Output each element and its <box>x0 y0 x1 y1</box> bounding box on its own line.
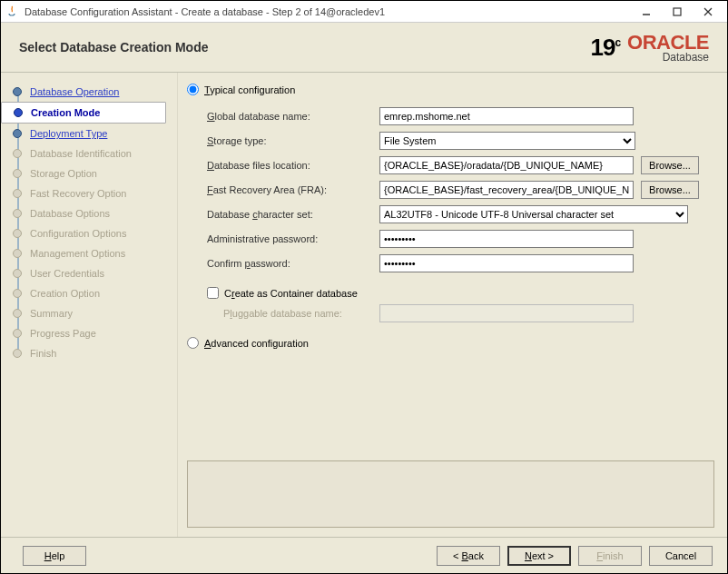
pluggable-db-label: Pluggable database name: <box>223 308 379 319</box>
step-dot-icon <box>13 149 22 158</box>
wizard-step-finish: Finish <box>1 343 170 363</box>
fra-browse-button[interactable]: Browse... <box>641 181 699 199</box>
back-button[interactable]: < Back <box>437 546 500 566</box>
container-db-label: Create as Container database <box>224 288 358 299</box>
step-dot-icon <box>13 129 22 138</box>
titlebar: Database Configuration Assistant - Creat… <box>1 1 727 23</box>
typical-config-radio[interactable] <box>187 84 199 95</box>
header: Select Database Creation Mode 19c ORACLE… <box>1 23 727 73</box>
help-button[interactable]: Help <box>23 546 86 566</box>
global-db-name-label: Global database name: <box>207 111 379 122</box>
footer: Help < Back Next > Finish Cancel <box>1 537 727 573</box>
app-window: Database Configuration Assistant - Creat… <box>0 0 728 574</box>
step-dot-icon <box>13 209 22 218</box>
charset-label: Database character set: <box>207 209 379 220</box>
fra-input[interactable] <box>379 181 634 199</box>
wizard-step-user-credentials: User Credentials <box>1 263 170 283</box>
db-files-browse-button[interactable]: Browse... <box>641 156 699 174</box>
maximize-button[interactable] <box>662 3 693 21</box>
wizard-step-database-options: Database Options <box>1 203 170 223</box>
db-files-location-input[interactable] <box>379 156 634 174</box>
global-db-name-input[interactable] <box>379 107 634 125</box>
step-label: Storage Option <box>30 168 97 179</box>
step-label: User Credentials <box>30 268 104 279</box>
wizard-step-configuration-options: Configuration Options <box>1 223 170 243</box>
step-dot-icon <box>13 349 22 358</box>
wizard-step-database-identification: Database Identification <box>1 144 170 163</box>
window-title: Database Configuration Assistant - Creat… <box>25 6 631 17</box>
admin-password-label: Administrative password: <box>207 233 379 244</box>
step-label: Creation Mode <box>31 107 100 118</box>
db-files-location-label: Database files location: <box>207 160 379 171</box>
svg-rect-1 <box>674 8 681 15</box>
wizard-step-creation-mode: Creation Mode <box>1 102 166 124</box>
step-label: Database Options <box>30 208 110 219</box>
page-title: Select Database Creation Mode <box>19 40 209 54</box>
finish-button: Finish <box>578 546 642 566</box>
step-dot-icon <box>13 289 22 298</box>
step-label: Database Operation <box>30 86 119 97</box>
step-label: Configuration Options <box>30 228 126 239</box>
wizard-steps-sidebar: Database OperationCreation ModeDeploymen… <box>1 73 178 537</box>
step-dot-icon <box>13 87 22 96</box>
step-label: Management Options <box>30 248 125 259</box>
step-label: Database Identification <box>30 148 132 159</box>
minimize-button[interactable] <box>631 3 662 21</box>
wizard-step-database-operation[interactable]: Database Operation <box>1 82 170 102</box>
fra-label: Fast Recovery Area (FRA): <box>207 184 379 195</box>
step-dot-icon <box>13 169 22 178</box>
storage-type-label: Storage type: <box>207 135 379 146</box>
step-label: Deployment Type <box>30 128 107 139</box>
step-dot-icon <box>13 229 22 238</box>
typical-config-label: Typical configuration <box>204 84 295 95</box>
message-area <box>187 460 714 528</box>
wizard-step-fast-recovery-option: Fast Recovery Option <box>1 183 170 203</box>
pluggable-db-input <box>379 304 634 322</box>
wizard-step-deployment-type[interactable]: Deployment Type <box>1 124 170 144</box>
oracle-product: Database <box>663 51 709 64</box>
step-label: Progress Page <box>30 328 96 339</box>
charset-select[interactable]: AL32UTF8 - Unicode UTF-8 Universal chara… <box>379 205 688 223</box>
java-icon <box>5 5 19 19</box>
step-label: Fast Recovery Option <box>30 188 126 199</box>
wizard-step-summary: Summary <box>1 303 170 323</box>
wizard-step-progress-page: Progress Page <box>1 323 170 343</box>
storage-type-select[interactable]: File System <box>379 132 635 150</box>
confirm-password-input[interactable] <box>379 254 634 272</box>
cancel-button[interactable]: Cancel <box>649 546 713 566</box>
admin-password-input[interactable] <box>379 230 634 248</box>
step-label: Creation Option <box>30 288 100 299</box>
step-dot-icon <box>13 309 22 318</box>
step-label: Summary <box>30 308 73 319</box>
wizard-step-storage-option: Storage Option <box>1 163 170 183</box>
step-dot-icon <box>13 249 22 258</box>
step-dot-icon <box>14 108 23 117</box>
wizard-step-management-options: Management Options <box>1 243 170 263</box>
step-dot-icon <box>13 329 22 338</box>
step-label: Finish <box>30 348 56 359</box>
container-db-checkbox[interactable] <box>207 287 219 299</box>
step-dot-icon <box>13 269 22 278</box>
step-dot-icon <box>13 189 22 198</box>
advanced-config-label: Advanced configuration <box>204 338 309 349</box>
advanced-config-radio[interactable] <box>187 337 199 349</box>
wizard-step-creation-option: Creation Option <box>1 283 170 303</box>
main-content: Typical configuration Global database na… <box>178 73 727 537</box>
next-button[interactable]: Next > <box>507 546 571 566</box>
oracle-logo: 19c ORACLE Database <box>591 31 710 64</box>
confirm-password-label: Confirm password: <box>207 258 379 269</box>
close-button[interactable] <box>693 3 723 21</box>
